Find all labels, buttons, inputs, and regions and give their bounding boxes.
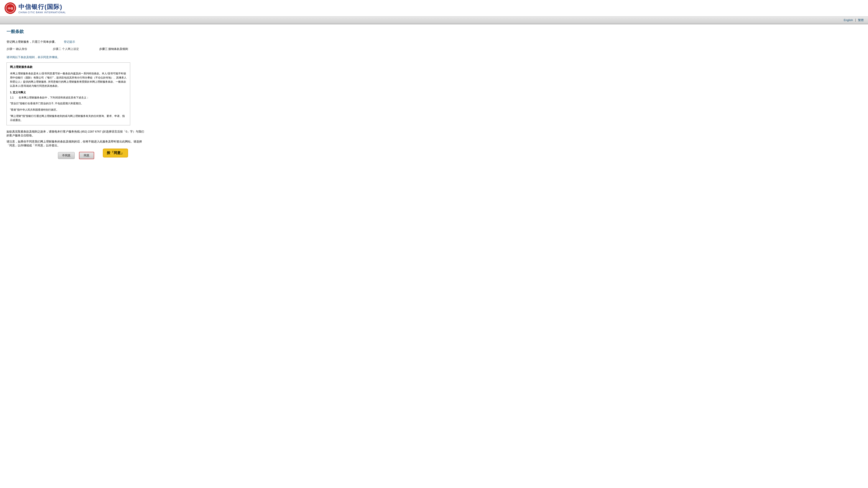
header: 中信 中信银行(国际) CHINA CITIC BANK INTERNATION… (0, 0, 868, 16)
terms-scroll-content[interactable]: 网上理财服务条款 本网上理财服务条款是本人/吾等同意遵守的一般条款内援及的一系列… (7, 63, 130, 125)
subsection-num-1-1: 1.1 (10, 96, 17, 100)
copy-notice-text: 如欲真实取索条款及细则之副本，请致电本行客户服务热线 (852) 2287 67… (6, 130, 145, 137)
main-content: 一般条款 登记网上理财服务，只需三个简单步骤。 登记提示 步骤一 确认身份 步骤… (0, 24, 152, 164)
terms-section-1-title: 1. 定义与释义 (10, 91, 127, 95)
terms-def-3: "网上理财"指"指银行行通过网上理财服务收到的或与网上理财服务有关的任何查询、要… (10, 114, 127, 122)
logo-en-text: CHINA CITIC BANK INTERNATIONAL (19, 11, 66, 14)
language-bar: English | 繁體 (0, 16, 868, 24)
buttons-row: 不同意 同意 按「同意」 (6, 152, 145, 159)
step-2: 步骤二 个人网上设定 (53, 47, 99, 51)
steps-row: 步骤一 确认身份 步骤二 个人网上设定 步骤三 接纳条款及细则 (6, 47, 145, 51)
english-lang-link[interactable]: English (844, 19, 853, 22)
steps-intro-row: 登记网上理财服务，只需三个简单步骤。 登记提示 (6, 40, 145, 44)
instruction-text: 请详阅以下条款及细则，表示同意并继续。 (6, 55, 145, 59)
lang-separator: | (855, 18, 856, 22)
svg-text:中信: 中信 (8, 7, 13, 10)
logo-container: 中信 中信银行(国际) CHINA CITIC BANK INTERNATION… (4, 2, 864, 14)
logo-cn-text: 中信银行(国际) (19, 3, 62, 10)
agree-button[interactable]: 同意 (79, 152, 94, 159)
disagree-button[interactable]: 不同意 (58, 152, 75, 159)
step-3: 步骤三 接纳条款及细则 (99, 47, 145, 51)
terms-subsection-1-1: 1.1 在本网上理财服务条款中，下列词语和表述应具有下述含义： (10, 96, 127, 100)
logo-text-container: 中信银行(国际) CHINA CITIC BANK INTERNATIONAL (19, 3, 66, 14)
traditional-lang-link[interactable]: 繁體 (858, 19, 864, 22)
terms-def-2: "香港"指中华人民共和国香港特别行政区。 (10, 108, 127, 112)
terms-box: 网上理财服务条款 本网上理财服务条款是本人/吾等同意遵守的一般条款内援及的一系列… (6, 62, 130, 125)
register-hint-link[interactable]: 登记提示 (64, 40, 75, 44)
agree-tooltip-label: 按「同意」 (103, 149, 128, 158)
bank-logo-icon: 中信 (4, 2, 16, 14)
subsection-text-1-1: 在本网上理财服务条款中，下列词语和表述应具有下述含义： (19, 96, 89, 100)
terms-paragraph-1: 本网上理财服务条款是本人/吾等同意遵守的一般条款内援及的一系列特别条款。本人/吾… (10, 72, 127, 88)
step-1: 步骤一 确认身份 (6, 47, 53, 51)
steps-intro-text: 登记网上理财服务，只需三个简单步骤。 (6, 40, 57, 44)
page-title: 一般条款 (6, 29, 145, 36)
terms-title: 网上理财服务条款 (10, 65, 127, 69)
warning-notice-text: 请注意，如果你不同意我们网上理财服务的条款及细则的话，你将不能进入此服务及即时签… (6, 140, 145, 148)
terms-def-1: "营业日"指银行在香港开门营业的日子, 不包括星期六和星期日。 (10, 101, 127, 106)
